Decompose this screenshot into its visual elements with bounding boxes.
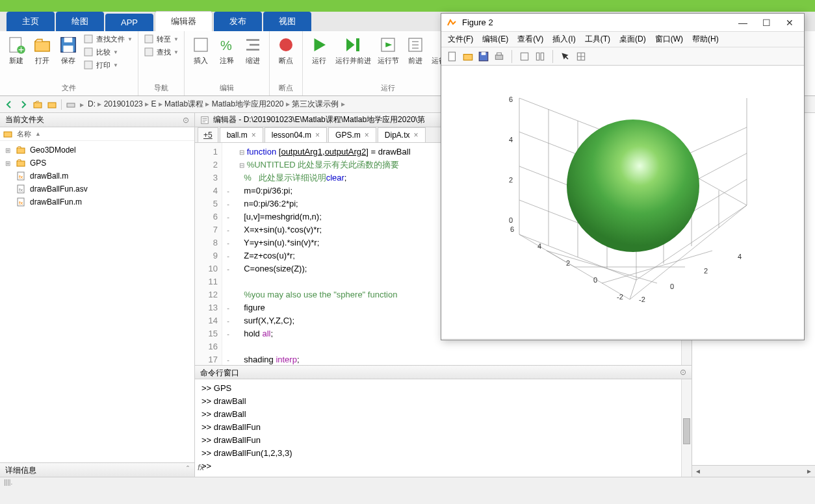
svg-rect-23 (17, 161, 25, 166)
search-button[interactable]: 查找 ▼ (144, 47, 179, 57)
runadv-button[interactable]: 运行并前进 (334, 34, 372, 67)
comment-button[interactable]: %注释 (216, 34, 238, 67)
editor-icon (200, 116, 209, 125)
adv-button[interactable]: 前进 (404, 34, 426, 67)
svg-text:%: % (220, 38, 232, 53)
z-tick: 4 (509, 136, 513, 144)
file-drawBallFun.m[interactable]: fxdrawBallFun.m (3, 195, 192, 208)
y-tick: -2 (617, 293, 623, 301)
back-icon[interactable] (4, 99, 14, 110)
svg-rect-34 (482, 52, 486, 55)
svg-rect-36 (497, 53, 502, 55)
main-tab-编辑器[interactable]: 编辑器 (155, 11, 213, 31)
runsec-button[interactable]: 运行节 (376, 34, 400, 67)
close-tab-icon[interactable]: × (365, 131, 369, 140)
figmenu-窗口(W)[interactable]: 窗口(W) (655, 34, 683, 45)
svg-rect-20 (67, 103, 75, 107)
svg-text:fx: fx (19, 187, 23, 193)
run-button[interactable]: 运行 (308, 34, 330, 67)
z-tick: 2 (509, 176, 513, 184)
forward-icon[interactable] (18, 99, 29, 110)
save-fig-icon[interactable] (478, 51, 489, 62)
cmd-title: 命令行窗口 (200, 368, 239, 377)
up-folder-icon[interactable] (32, 99, 43, 110)
breadcrumb-1[interactable]: 201901023 (104, 99, 143, 108)
close-tab-icon[interactable]: × (315, 131, 320, 140)
editor-tab-DipA.tx[interactable]: DipA.tx× (378, 127, 426, 142)
expand-icon[interactable]: ˆ (187, 465, 189, 475)
svg-rect-37 (521, 53, 528, 60)
main-tab-APP[interactable]: APP (105, 14, 153, 31)
figmenu-插入(I)[interactable]: 插入(I) (552, 34, 575, 45)
command-window[interactable]: >> GPS >> drawBall >> drawBall >> drawBa… (195, 379, 692, 477)
svg-rect-10 (145, 48, 153, 56)
indent-button[interactable]: 缩进 (242, 34, 264, 67)
prev-icon[interactable] (519, 51, 530, 62)
svg-rect-4 (64, 38, 73, 43)
breadcrumb-5[interactable]: 第三次课示例 (292, 99, 339, 108)
compare-button[interactable]: 比较 ▼ (83, 47, 133, 57)
find-button[interactable]: 查找文件 ▼ (83, 34, 133, 44)
cmd-line: >> drawBall (201, 395, 685, 408)
new-fig-icon[interactable] (446, 51, 458, 62)
h-scrollbar[interactable]: ◄► (692, 465, 815, 477)
cmd-scrollbar[interactable] (681, 379, 692, 477)
close-tab-icon[interactable]: × (252, 131, 256, 140)
cmd-line: >> GPS (201, 382, 685, 395)
open-fig-icon[interactable] (462, 51, 474, 62)
file-Geo3DModel[interactable]: ⊞Geo3DModel (3, 144, 192, 157)
svg-rect-19 (48, 103, 56, 108)
open-button[interactable]: 打开 (31, 34, 53, 67)
figmenu-帮助(H)[interactable]: 帮助(H) (692, 34, 719, 45)
figmenu-桌面(D)[interactable]: 桌面(D) (619, 34, 646, 45)
main-tab-视图[interactable]: 视图 (263, 12, 311, 31)
main-tab-主页[interactable]: 主页 (6, 12, 55, 31)
svg-text:fx: fx (19, 200, 23, 206)
svg-rect-2 (35, 42, 50, 51)
pointer-icon[interactable] (560, 51, 571, 62)
file-drawBallFun.asv[interactable]: fxdrawBallFun.asv (3, 183, 192, 195)
figmenu-编辑(E)[interactable]: 编辑(E) (482, 34, 508, 45)
figmenu-工具(T)[interactable]: 工具(T) (585, 34, 610, 45)
fx-icon[interactable]: fx (198, 461, 204, 474)
breakpoint-button[interactable]: 断点 (275, 34, 297, 67)
figmenu-查看(V)[interactable]: 查看(V) (517, 34, 543, 45)
more-tabs[interactable]: +5 (198, 127, 218, 142)
maximize-button[interactable]: ☐ (757, 18, 775, 28)
main-tab-绘图[interactable]: 绘图 (56, 12, 104, 31)
editor-tab-ball.m[interactable]: ball.m× (220, 127, 263, 142)
file-drawBall.m[interactable]: fxdrawBall.m (3, 170, 192, 183)
print-button[interactable]: 打印 ▼ (83, 60, 133, 70)
next-icon[interactable] (534, 51, 546, 62)
breadcrumb-0[interactable]: D: (88, 99, 96, 108)
figure-axes[interactable]: 6 4 2 0 6 4 2 0 -2 -2 0 2 4 (441, 66, 804, 338)
insert-button[interactable]: 插入 (190, 34, 212, 67)
save-button[interactable]: 保存 (57, 34, 79, 67)
edit-plot-icon[interactable] (575, 51, 587, 62)
matlab-icon (446, 18, 457, 28)
cmd-menu-icon[interactable]: ⊙ (680, 368, 686, 377)
breadcrumb-4[interactable]: Matlab地学应用2020 (212, 99, 284, 108)
close-button[interactable]: ✕ (781, 18, 799, 28)
figure-window[interactable]: Figure 2 — ☐ ✕ 文件(F)编辑(E)查看(V)插入(I)工具(T)… (441, 13, 805, 340)
figmenu-文件(F)[interactable]: 文件(F) (448, 34, 473, 45)
group-label: 断点 (275, 83, 297, 93)
editor-tab-lesson04.m[interactable]: lesson04.m× (265, 127, 327, 142)
breadcrumb-3[interactable]: Matlab课程 (164, 99, 203, 108)
close-tab-icon[interactable]: × (413, 131, 418, 140)
folder-icon[interactable] (47, 99, 57, 110)
goto-button[interactable]: 转至 ▼ (144, 34, 179, 44)
column-header[interactable]: 名称▲ (0, 127, 194, 141)
new-button[interactable]: 新建 (5, 34, 27, 67)
svg-rect-38 (536, 53, 539, 60)
status-bar: ||||. (0, 477, 815, 488)
editor-tab-GPS.m[interactable]: GPS.m× (328, 127, 376, 142)
svg-rect-11 (194, 38, 207, 51)
main-tab-发布[interactable]: 发布 (214, 12, 262, 31)
file-GPS[interactable]: ⊞GPS (3, 157, 192, 170)
svg-rect-14 (356, 38, 359, 51)
pane-menu-icon[interactable]: ⊙ (183, 116, 189, 125)
minimize-button[interactable]: — (734, 18, 752, 28)
print-fig-icon[interactable] (493, 51, 505, 62)
cmd-line: >> drawBallFun(1,2,3,3) (201, 447, 685, 460)
